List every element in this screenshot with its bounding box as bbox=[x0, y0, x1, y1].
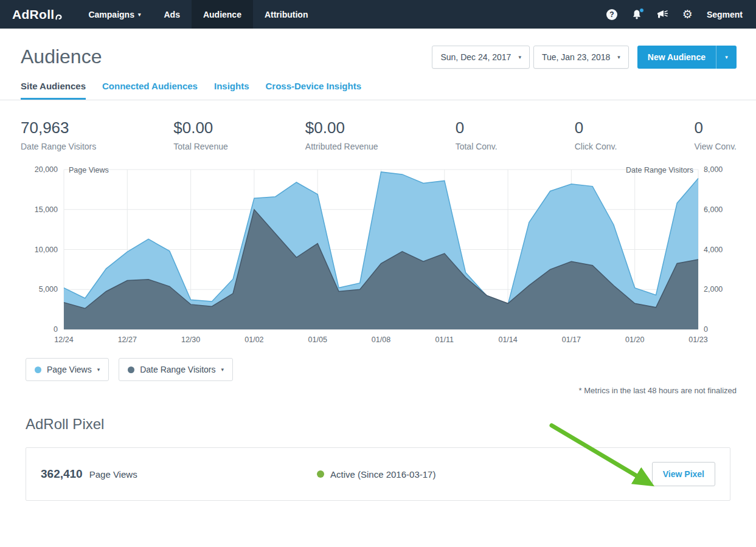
chart-legend: Page Views ▾ Date Range Visitors ▾ bbox=[26, 358, 756, 381]
adroll-pixel-title: AdRoll Pixel bbox=[26, 416, 730, 433]
page-views-legend-dropdown[interactable]: Page Views ▾ bbox=[26, 358, 109, 381]
x-axis-tick: 01/17 bbox=[562, 335, 581, 343]
nav-audience[interactable]: Audience bbox=[192, 0, 253, 29]
new-audience-split-button: New Audience ▾ bbox=[637, 46, 737, 69]
stat-total-revenue: $0.00 Total Revenue bbox=[173, 119, 228, 151]
x-axis-tick: 01/02 bbox=[244, 335, 263, 343]
notification-dot bbox=[639, 8, 644, 13]
nav-campaigns-label: Campaigns bbox=[88, 10, 134, 19]
pixel-page-views: 362,410 Page Views bbox=[41, 467, 137, 481]
megaphone-glyph bbox=[656, 9, 668, 19]
top-navbar: AdRoll Campaigns ▾ Ads Audience Attribut… bbox=[0, 0, 756, 29]
right-axis-tick: 2,000 bbox=[704, 285, 723, 294]
chevron-down-icon: ▾ bbox=[138, 12, 141, 18]
date-range-visitors-legend-label: Date Range Visitors bbox=[140, 365, 215, 374]
x-axis-tick: 12/30 bbox=[181, 335, 200, 343]
x-axis-tick: 01/05 bbox=[308, 335, 327, 343]
left-axis-tick: 0 bbox=[54, 325, 58, 334]
x-axis-tick: 12/27 bbox=[118, 335, 137, 343]
status-dot bbox=[317, 470, 324, 478]
adroll-logo-mark bbox=[55, 12, 62, 20]
navbar-right: ? ⚙ Segment bbox=[606, 0, 756, 29]
left-axis-tick: 5,000 bbox=[39, 285, 58, 294]
x-axis-tick: 01/23 bbox=[688, 335, 707, 343]
stat-date-range-visitors: 70,963 Date Range Visitors bbox=[21, 119, 96, 151]
stat-attributed-revenue: $0.00 Attributed Revenue bbox=[305, 119, 378, 151]
pixel-status: Active (Since 2016-03-17) bbox=[317, 469, 435, 480]
notifications-bell-icon[interactable] bbox=[631, 9, 642, 20]
start-date-dropdown[interactable]: Sun, Dec 24, 2017 ▾ bbox=[432, 46, 530, 69]
settings-gear-icon[interactable]: ⚙ bbox=[682, 9, 693, 20]
audience-tabs: Site Audiences Connected Audiences Insig… bbox=[0, 81, 756, 100]
help-icon[interactable]: ? bbox=[606, 9, 617, 20]
date-range-visitors-dot bbox=[128, 366, 134, 373]
chevron-down-icon: ▾ bbox=[518, 54, 521, 60]
left-axis-tick: 10,000 bbox=[35, 246, 58, 254]
pixel-card: 362,410 Page Views Active (Since 2016-03… bbox=[26, 447, 730, 501]
header-controls: Sun, Dec 24, 2017 ▾ Tue, Jan 23, 2018 ▾ … bbox=[432, 46, 737, 69]
left-axis-tick: 15,000 bbox=[35, 205, 58, 214]
right-axis-tick: 0 bbox=[704, 325, 708, 334]
right-axis-title: Date Range Visitors bbox=[626, 166, 693, 174]
segment-menu[interactable]: Segment bbox=[707, 10, 743, 19]
x-axis-tick: 01/11 bbox=[435, 335, 454, 343]
stat-total-conv: 0 Total Conv. bbox=[456, 119, 498, 151]
announcements-megaphone-icon[interactable] bbox=[656, 9, 668, 19]
stat-view-conv: 0 View Conv. bbox=[694, 119, 737, 151]
stat-click-conv: 0 Click Conv. bbox=[575, 119, 617, 151]
left-axis-title: Page Views bbox=[69, 166, 109, 174]
x-axis-tick: 01/08 bbox=[372, 335, 390, 343]
chevron-down-icon: ▾ bbox=[97, 366, 100, 373]
adroll-logo[interactable]: AdRoll bbox=[0, 0, 77, 29]
new-audience-dropdown[interactable]: ▾ bbox=[716, 46, 737, 69]
x-axis-tick: 01/14 bbox=[498, 335, 517, 343]
right-axis-tick: 6,000 bbox=[704, 205, 723, 214]
metrics-footnote: * Metrics in the last 48 hours are not f… bbox=[0, 386, 756, 395]
new-audience-button[interactable]: New Audience bbox=[637, 46, 716, 69]
end-date-value: Tue, Jan 23, 2018 bbox=[542, 52, 610, 62]
chevron-down-icon: ▾ bbox=[221, 366, 224, 373]
summary-stats: 70,963 Date Range Visitors $0.00 Total R… bbox=[0, 100, 756, 151]
left-axis-tick: 20,000 bbox=[35, 165, 58, 174]
chevron-down-icon: ▾ bbox=[617, 54, 620, 60]
nav-campaigns[interactable]: Campaigns ▾ bbox=[77, 0, 152, 29]
tab-site-audiences[interactable]: Site Audiences bbox=[21, 81, 86, 100]
page-views-legend-label: Page Views bbox=[47, 365, 92, 374]
adroll-logo-text: AdRoll bbox=[12, 7, 54, 22]
tab-connected-audiences[interactable]: Connected Audiences bbox=[102, 81, 198, 100]
x-axis-tick: 01/20 bbox=[625, 335, 644, 343]
main-nav: Campaigns ▾ Ads Audience Attribution bbox=[77, 0, 319, 29]
nav-ads[interactable]: Ads bbox=[152, 0, 191, 29]
chart-area: 05,00010,00015,00020,00002,0004,0006,000… bbox=[0, 161, 756, 343]
traffic-chart: 05,00010,00015,00020,00002,0004,0006,000… bbox=[0, 161, 756, 343]
nav-attribution[interactable]: Attribution bbox=[253, 0, 320, 29]
page-views-dot bbox=[35, 366, 41, 373]
status-text: Active (Since 2016-03-17) bbox=[330, 469, 435, 480]
adroll-pixel-section: AdRoll Pixel 362,410 Page Views Active (… bbox=[0, 395, 756, 501]
start-date-value: Sun, Dec 24, 2017 bbox=[440, 52, 511, 62]
page-header: Audience Sun, Dec 24, 2017 ▾ Tue, Jan 23… bbox=[0, 29, 756, 69]
date-range-visitors-legend-dropdown[interactable]: Date Range Visitors ▾ bbox=[119, 358, 233, 381]
tab-insights[interactable]: Insights bbox=[214, 81, 249, 100]
tab-cross-device-insights[interactable]: Cross-Device Insights bbox=[265, 81, 361, 100]
x-axis-tick: 12/24 bbox=[54, 335, 73, 343]
right-axis-tick: 8,000 bbox=[704, 165, 723, 174]
right-axis-tick: 4,000 bbox=[704, 246, 723, 254]
page-title: Audience bbox=[21, 46, 102, 68]
view-pixel-button[interactable]: View Pixel bbox=[652, 462, 715, 486]
end-date-dropdown[interactable]: Tue, Jan 23, 2018 ▾ bbox=[533, 46, 629, 69]
